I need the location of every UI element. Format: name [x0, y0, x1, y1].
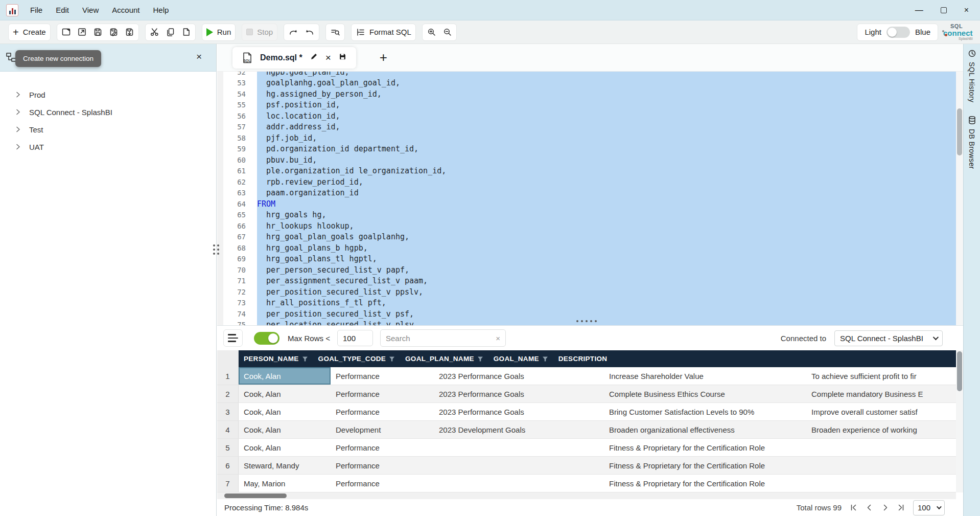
description-cell[interactable] — [806, 475, 956, 492]
filter-funnel-icon[interactable] — [477, 356, 483, 362]
goal-name-cell[interactable]: Increase Shareholder Value — [604, 367, 806, 385]
row-number-cell[interactable]: 2 — [217, 385, 239, 402]
column-header[interactable]: GOAL_NAME — [488, 350, 553, 367]
table-row[interactable]: 3 Cook, Alan Performance 2023 Performanc… — [217, 403, 956, 421]
goal-plan-cell[interactable] — [434, 457, 604, 474]
code-line[interactable]: 54 hg.assigned_by_person_id, — [223, 88, 956, 100]
tab-sql-history[interactable]: SQL History — [968, 49, 976, 102]
goal-type-cell[interactable]: Performance — [331, 457, 434, 474]
tree-item-connection[interactable]: Prod — [0, 86, 216, 103]
code-line[interactable]: 56 loc.location_id, — [223, 110, 956, 122]
close-tab-icon[interactable]: × — [325, 52, 331, 63]
close-window-button[interactable]: × — [964, 6, 969, 14]
scrollbar-thumb[interactable] — [957, 108, 962, 155]
menu-item[interactable]: Help — [146, 4, 175, 16]
stop-button[interactable]: Stop — [246, 28, 273, 36]
code-line[interactable]: 68 hrg_goal_plans_b hgpb, — [223, 242, 956, 254]
table-row[interactable]: 1 Cook, Alan Performance 2023 Performanc… — [217, 367, 956, 385]
goal-plan-cell[interactable] — [434, 475, 604, 492]
table-row[interactable]: 2 Cook, Alan Performance 2023 Performanc… — [217, 385, 956, 403]
sidebar-splitter-handle[interactable] — [213, 244, 219, 255]
open-file-button[interactable] — [77, 27, 87, 37]
menu-item[interactable]: Account — [105, 4, 146, 16]
goal-name-cell[interactable]: Fitness & Proprietary for the Certificat… — [604, 439, 806, 456]
goal-type-cell[interactable]: Performance — [331, 439, 434, 456]
goal-name-cell[interactable]: Complete Business Ethics Course — [604, 385, 806, 402]
person-name-cell[interactable]: Cook, Alan — [239, 421, 331, 438]
tree-item-connection[interactable]: Test — [0, 121, 216, 138]
goal-plan-cell[interactable]: 2023 Performance Goals — [434, 385, 604, 402]
description-cell[interactable]: Complete mandatory Business E — [806, 385, 956, 402]
description-cell[interactable] — [806, 439, 956, 456]
goal-name-cell[interactable]: Fitness & Proprietary for the Certificat… — [604, 457, 806, 474]
zoom-in-button[interactable] — [427, 27, 436, 37]
description-cell[interactable]: Broaden experience of working — [806, 421, 956, 438]
rename-tab-icon[interactable] — [310, 52, 318, 63]
cut-button[interactable] — [150, 27, 159, 37]
goal-name-cell[interactable]: Bring Customer Satisfaction Levels to 90… — [604, 403, 806, 420]
paste-button[interactable] — [181, 27, 191, 37]
row-number-cell[interactable]: 1 — [217, 367, 239, 385]
results-menu-icon[interactable] — [223, 329, 243, 347]
find-in-editor-button[interactable] — [330, 28, 340, 37]
table-row[interactable]: 5 Cook, Alan Performance Fitness & Propr… — [217, 439, 956, 457]
table-row[interactable]: 6 Steward, Mandy Performance Fitness & P… — [217, 457, 956, 475]
row-number-cell[interactable]: 7 — [217, 475, 239, 492]
results-horizontal-scrollbar[interactable] — [217, 492, 956, 499]
goal-plan-cell[interactable]: 2023 Development Goals — [434, 421, 604, 438]
save-button[interactable] — [93, 27, 103, 37]
person-name-cell[interactable]: Steward, Mandy — [239, 457, 331, 474]
code-line[interactable]: 55 psf.position_id, — [223, 100, 956, 111]
table-row[interactable]: 7 May, Marion Performance Fitness & Prop… — [217, 475, 956, 492]
code-line[interactable]: 65 hrg_goals hg, — [223, 210, 956, 221]
menu-item[interactable]: View — [76, 4, 105, 16]
person-name-cell[interactable]: May, Marion — [239, 475, 331, 492]
tab-db-browser[interactable]: DB Browser — [968, 116, 976, 169]
results-splitter-handle[interactable] — [576, 320, 597, 322]
connection-select[interactable]: SQL Connect - SplashBI — [834, 330, 943, 346]
code-line[interactable]: 57 addr.address_id, — [223, 122, 956, 133]
editor-vertical-scrollbar[interactable] — [956, 72, 963, 325]
column-header[interactable]: GOAL_PLAN_NAME — [400, 350, 488, 367]
sidebar-close-icon[interactable]: × — [196, 51, 202, 62]
person-name-cell[interactable]: Cook, Alan — [239, 367, 331, 385]
tree-item-connection[interactable]: SQL Connect - SplashBI — [0, 103, 216, 121]
filter-funnel-icon[interactable] — [389, 356, 395, 362]
redo-button[interactable] — [288, 28, 298, 37]
goal-plan-cell[interactable]: 2023 Performance Goals — [434, 367, 604, 385]
goal-type-cell[interactable]: Performance — [331, 403, 434, 420]
column-header[interactable]: DESCRIPTION — [553, 350, 613, 367]
code-line[interactable]: 70 per_person_secured_list_v papf, — [223, 264, 956, 276]
page-size-select[interactable]: 100 — [913, 500, 945, 515]
theme-toggle[interactable] — [886, 27, 910, 38]
row-number-cell[interactable]: 3 — [217, 403, 239, 420]
person-name-cell[interactable]: Cook, Alan — [239, 439, 331, 456]
code-line[interactable]: 53 goalplanhg.goal_plan_goal_id, — [223, 78, 956, 89]
person-name-cell[interactable]: Cook, Alan — [239, 385, 331, 402]
previous-page-button[interactable] — [866, 504, 873, 511]
new-tab-button[interactable]: + — [380, 50, 387, 65]
scrollbar-thumb[interactable] — [224, 493, 287, 498]
code-line[interactable]: 63 paam.organization_id — [223, 188, 956, 199]
menu-item[interactable]: File — [24, 4, 49, 16]
person-name-cell[interactable]: Cook, Alan — [239, 403, 331, 420]
scrollbar-thumb[interactable] — [957, 351, 962, 391]
undo-button[interactable] — [305, 28, 315, 37]
next-page-button[interactable] — [881, 504, 889, 511]
save-as-button[interactable] — [109, 27, 119, 37]
search-input[interactable] — [386, 334, 496, 343]
first-page-button[interactable] — [850, 504, 857, 511]
code-line[interactable]: 52 hgpb.goal_plan_id, — [223, 72, 956, 78]
description-cell[interactable] — [806, 457, 956, 474]
minimize-button[interactable]: — — [915, 6, 923, 14]
max-rows-input[interactable] — [337, 330, 373, 346]
filter-funnel-icon[interactable] — [302, 356, 308, 362]
column-header[interactable]: PERSON_NAME — [239, 350, 313, 367]
goal-type-cell[interactable]: Performance — [331, 367, 434, 385]
tree-item-connection[interactable]: UAT — [0, 138, 216, 155]
goal-type-cell[interactable]: Development — [331, 421, 434, 438]
code-line[interactable]: 67 hrg_goal_plan_goals goalplanhg, — [223, 232, 956, 243]
save-tab-icon[interactable] — [338, 52, 347, 63]
copy-button[interactable] — [166, 27, 175, 37]
clear-search-icon[interactable]: × — [496, 334, 500, 343]
